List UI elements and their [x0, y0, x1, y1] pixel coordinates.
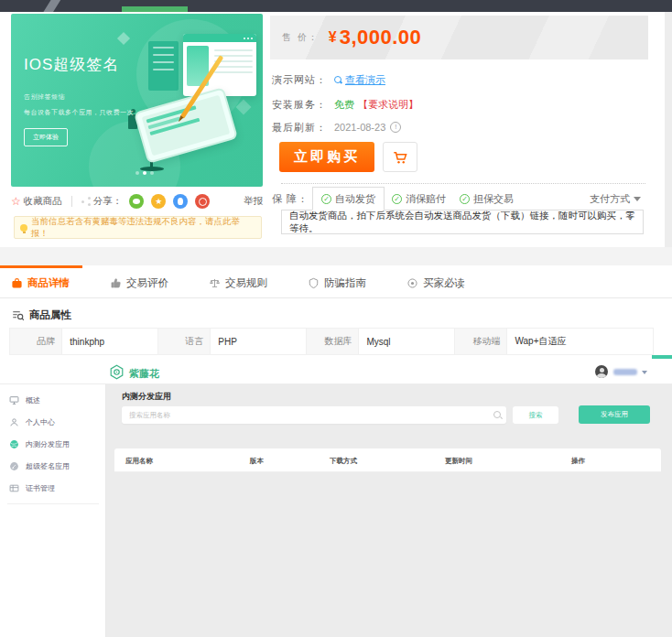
check-icon: ✓	[460, 194, 470, 204]
view-demo-link[interactable]: 查看演示	[334, 73, 385, 87]
sidebar-item-label: 证书管理	[26, 483, 55, 493]
divider	[281, 183, 645, 184]
tab-label: 商品详情	[27, 276, 70, 290]
install-service-label: 安装服务：	[272, 98, 327, 112]
col-version: 版本	[250, 457, 264, 466]
guarantee-tab-auto-delivery[interactable]: ✓ 自动发货	[312, 187, 385, 211]
product-image-carousel[interactable]: IOS超级签名 告别掉签烦恼 每台设备下载多个应用，只收费一次 立即体验	[11, 14, 263, 187]
star-outline-icon: ☆	[11, 195, 21, 208]
install-service-row: 安装服务： 免费 【要求说明】	[272, 97, 418, 112]
tab-trade-rules[interactable]: 交易规则	[198, 265, 280, 298]
report-warning-banner[interactable]: 当前信息若含有黄赌毒等违法违规不良内容，请点此举报！	[14, 216, 262, 239]
attr-value-mobile: Wap+自适应	[507, 329, 654, 354]
app-search-button[interactable]: 搜索	[513, 406, 558, 424]
app-search-input[interactable]	[122, 406, 506, 424]
pen-circle-icon	[9, 461, 19, 471]
banner-cta-button[interactable]: 立即体验	[24, 128, 68, 146]
tab-product-detail[interactable]: 商品详情	[0, 265, 82, 298]
last-refresh-date: 2021-08-23	[334, 122, 385, 133]
sidebar-item-label: 超级签名应用	[26, 461, 70, 471]
app-header	[0, 359, 672, 384]
price-amount: 3,000.00	[340, 26, 422, 49]
wechat-share-icon[interactable]	[129, 194, 144, 209]
chevron-down-icon	[634, 197, 641, 201]
last-refresh-label: 最后刷新：	[272, 121, 327, 135]
banner-subtitle-1: 告别掉签烦恼	[24, 92, 65, 102]
attr-value-brand: thinkphp	[62, 329, 158, 354]
attribute-search-icon	[11, 308, 25, 322]
app-body: 概述 个人中心 内测分发应用 超级签名应用 证书管理 内测分发应用 搜索 发布应…	[0, 384, 672, 637]
banner-subtitle-2: 每台设备下载多个应用，只收费一次	[24, 108, 134, 117]
monitor-icon	[9, 395, 19, 405]
decorative-stripe	[42, 0, 61, 12]
sidebar-item-beta-distribution[interactable]: 内测分发应用	[9, 439, 70, 449]
app-sidebar: 概述 个人中心 内测分发应用 超级签名应用 证书管理	[0, 384, 106, 637]
tab-trade-reviews[interactable]: 交易评价	[99, 265, 181, 298]
thumb-up-icon	[110, 277, 122, 289]
app-brand-name: 紫藤花	[129, 367, 159, 381]
publish-app-button[interactable]: 发布应用	[579, 405, 650, 424]
certificate-icon	[9, 483, 19, 493]
bag-icon	[11, 277, 23, 289]
collect-product-link[interactable]: 收藏商品	[24, 195, 62, 208]
guarantee-item-label: 担保交易	[473, 192, 514, 206]
sidebar-item-super-signature[interactable]: 超级签名应用	[9, 461, 70, 471]
weibo-share-icon[interactable]	[195, 194, 210, 209]
section-gap	[0, 247, 672, 265]
banner-title: IOS超级签名	[24, 54, 119, 75]
sidebar-item-personal-center[interactable]: 个人中心	[9, 417, 55, 427]
guarantee-item-label: 消保赔付	[406, 192, 446, 206]
app-main-content: 内测分发应用 搜索 发布应用 应用名称 版本 下载方式 更新时间 操作	[106, 384, 672, 637]
buy-now-button[interactable]: 立即购买	[279, 142, 374, 172]
magnifier-icon	[334, 76, 342, 84]
payment-methods-toggle[interactable]: 支付方式	[590, 192, 641, 206]
attr-label-brand: 品牌	[10, 329, 62, 354]
attributes-title: 商品属性	[29, 308, 71, 322]
banner-illustration-window	[183, 34, 256, 96]
col-actions: 操作	[571, 457, 585, 466]
shield-icon	[308, 277, 320, 289]
add-to-cart-button[interactable]	[383, 142, 417, 172]
avatar[interactable]	[595, 365, 608, 378]
last-refresh-row: 最后刷新： 2021-08-23 !	[272, 120, 401, 135]
install-free-text: 免费	[334, 98, 354, 112]
demo-site-label: 演示网站：	[272, 73, 327, 87]
sidebar-item-certificate-management[interactable]: 证书管理	[9, 483, 55, 493]
app-logo-icon	[109, 364, 125, 380]
target-icon	[406, 277, 418, 289]
cart-icon	[392, 149, 408, 166]
attr-value-language: PHP	[211, 329, 307, 354]
payment-methods-label: 支付方式	[590, 192, 630, 206]
price-band: 售 价： ¥ 3,000.00	[270, 16, 648, 59]
tab-anti-fraud-guide[interactable]: 防骗指南	[297, 265, 379, 298]
attributes-header: 商品属性	[11, 308, 71, 322]
report-link[interactable]: 举报	[244, 195, 263, 208]
user-menu-caret-icon[interactable]	[642, 371, 647, 374]
tab-label: 防骗指南	[324, 276, 366, 290]
share-icon	[81, 197, 91, 206]
sidebar-item-label: 内测分发应用	[26, 439, 70, 449]
attr-label-database: 数据库	[307, 329, 359, 354]
sidebar-item-overview[interactable]: 概述	[9, 395, 40, 405]
tab-buyer-must-read[interactable]: 买家必读	[396, 265, 478, 298]
app-table-header: 应用名称 版本 下载方式 更新时间 操作	[114, 448, 661, 472]
username-blurred[interactable]	[613, 369, 637, 375]
qq-share-icon[interactable]	[173, 194, 188, 209]
search-magnifier-icon	[493, 411, 502, 419]
check-icon: ✓	[392, 194, 402, 204]
sidebar-item-label: 个人中心	[26, 417, 55, 427]
guarantee-tab-consumer-protection[interactable]: ✓ 消保赔付	[392, 187, 446, 211]
carousel-dots[interactable]	[135, 171, 154, 175]
warning-text: 当前信息若含有黄赌毒等违法违规不良内容，请点此举报！	[31, 216, 255, 240]
decorative-green-segment	[122, 6, 188, 12]
info-icon[interactable]: !	[390, 122, 401, 133]
sidebar-divider	[7, 503, 99, 504]
share-label: 分享：	[93, 195, 123, 208]
banner-decoration	[117, 32, 130, 45]
install-note-link[interactable]: 【要求说明】	[358, 98, 418, 112]
banner-illustration-panel	[148, 41, 179, 91]
qzone-share-icon[interactable]: ★	[151, 194, 166, 209]
app-page-title: 内测分发应用	[122, 391, 171, 403]
guarantee-tab-escrow[interactable]: ✓ 担保交易	[460, 187, 514, 211]
col-app-name: 应用名称	[125, 457, 153, 466]
